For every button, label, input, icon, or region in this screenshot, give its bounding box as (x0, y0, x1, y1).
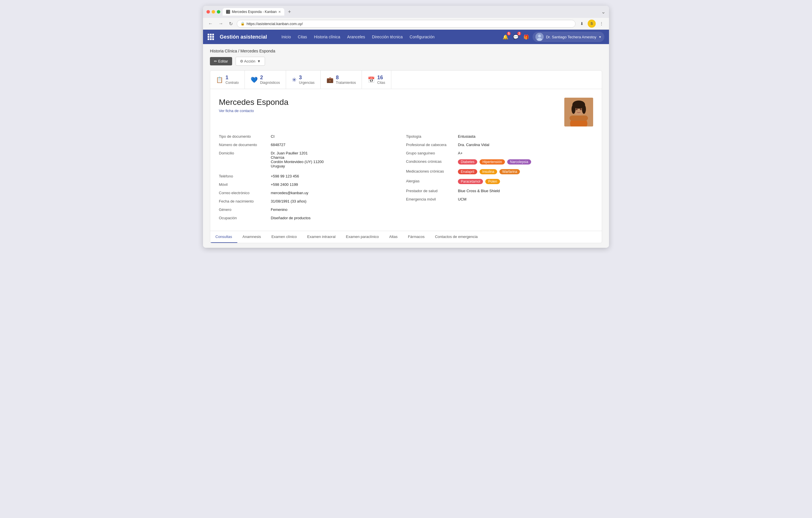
bottom-tab-farmacos[interactable]: Fármacos (403, 231, 430, 243)
card-tabs: 📋 1 Contrato 💙 2 Diagnósticos ✳ (210, 70, 602, 89)
patient-card: 📋 1 Contrato 💙 2 Diagnósticos ✳ (210, 70, 602, 243)
bottom-tab-examen-clinico[interactable]: Examen clínico (266, 231, 302, 243)
patient-header: Mercedes Esponda Ver ficha de contacto (219, 98, 593, 126)
reload-button[interactable]: ↻ (227, 20, 234, 28)
action-dropdown-icon: ▼ (257, 59, 261, 63)
edit-label: ✏ Editar (214, 59, 228, 63)
label-alergias: Alergias (406, 179, 458, 185)
nav-citas[interactable]: Citas (295, 33, 310, 41)
edit-button[interactable]: ✏ Editar (210, 57, 232, 65)
patient-section: Mercedes Esponda Ver ficha de contacto (210, 89, 602, 231)
back-button[interactable]: ← (206, 20, 214, 27)
alerts-count: 5 (507, 32, 511, 35)
tab-citas[interactable]: 📅 16 Citas (362, 70, 391, 89)
svg-point-9 (582, 104, 586, 114)
label-correo: Correo electrónico (219, 191, 271, 195)
tag-enalapril: Enalapril (458, 169, 477, 174)
tab-tratamientos[interactable]: 💼 8 Tratamientos (321, 70, 362, 89)
brand-name: Gestión asistencial (220, 34, 267, 40)
browser-toolbar: ← → ↻ 🔒 https://asistencial.kanban.com.u… (203, 18, 609, 30)
contrato-icon: 📋 (216, 77, 223, 83)
diagnosticos-number: 2 (260, 74, 280, 81)
value-fecha-nacimiento: 31/08/1991 (33 años) (271, 199, 307, 204)
window-controls (206, 10, 220, 13)
downloads-icon[interactable]: ⬇ (578, 20, 586, 28)
messages-badge[interactable]: 💬 2 (512, 33, 520, 41)
bottom-tab-altas[interactable]: Altas (384, 231, 403, 243)
label-grupo-sanguineo: Grupo sanguíneo (406, 151, 458, 155)
bottom-tab-consultas[interactable]: Consultas (210, 231, 237, 243)
info-genero: Género Femenino (219, 206, 406, 214)
urgencias-number: 3 (299, 74, 315, 81)
app-grid-icon[interactable] (208, 34, 214, 40)
new-tab-button[interactable]: + (287, 9, 292, 15)
info-profesional: Profesional de cabecera Dra. Carolina Vi… (406, 141, 593, 149)
browser-tab[interactable]: ≡ Mercedes Esponda - Kanban ✕ (223, 8, 284, 16)
bottom-tab-examen-intraoral[interactable]: Examen intraoral (302, 231, 341, 243)
value-domicilio-4: Uruguay (271, 164, 324, 168)
svg-point-11 (580, 108, 582, 110)
minimize-window-button[interactable] (212, 10, 215, 13)
label-fecha-nacimiento: Fecha de nacimiento (219, 199, 271, 204)
nav-direccion-tecnica[interactable]: Dirección técnica (369, 33, 406, 41)
info-prestador-salud: Prestador de salud Blue Cross & Blue Shi… (406, 187, 593, 195)
patient-right-column: Tipología Entusiasta Profesional de cabe… (406, 132, 593, 222)
breadcrumb: Historia Clínica / Mercedes Esponda (210, 49, 602, 53)
tab-close-button[interactable]: ✕ (278, 10, 281, 14)
user-avatar-svg (535, 33, 544, 41)
tag-diabetes: Diabetes (458, 159, 477, 164)
user-avatar-img (535, 33, 544, 41)
tags-condiciones-cronicas: Diabetes Hipertensión Narcolepsia (458, 159, 532, 165)
info-ocupacion: Ocupación Diseñador de productos (219, 214, 406, 222)
gift-icon[interactable]: 🎁 (522, 33, 530, 41)
bottom-tab-examen-paraclinico[interactable]: Examen paraclínico (341, 231, 384, 243)
info-grupo-sanguineo: Grupo sanguíneo A+ (406, 149, 593, 157)
nav-inicio[interactable]: Inicio (279, 33, 294, 41)
nav-right: 🔔 5 💬 2 🎁 Dr. Santiago Techera Amestoy ▼ (501, 32, 604, 42)
label-tipo-documento: Tipo de documento (219, 134, 271, 139)
bottom-tabs: Consultas Anamnesis Examen clínico Exame… (210, 231, 602, 243)
bottom-tab-anamnesis[interactable]: Anamnesis (237, 231, 266, 243)
info-tipo-documento: Tipo de documento CI (219, 132, 406, 141)
close-window-button[interactable] (206, 10, 210, 13)
browser-menu-button[interactable]: ⌄ (601, 9, 606, 15)
label-ocupacion: Ocupación (219, 216, 271, 220)
tab-contrato[interactable]: 📋 1 Contrato (210, 70, 245, 89)
label-movil: Móvil (219, 182, 271, 187)
bottom-tab-contactos-emergencia[interactable]: Contactos de emergencia (430, 231, 483, 243)
forward-button[interactable]: → (217, 20, 225, 27)
profile-icon[interactable]: S (588, 20, 596, 28)
value-numero-documento: 6848727 (271, 143, 286, 147)
nav-historia-clinica[interactable]: Historia clínica (311, 33, 343, 41)
tag-warfarina: Warfarina (499, 169, 520, 174)
patient-contact-link[interactable]: Ver ficha de contacto (219, 109, 288, 113)
nav-configuracion[interactable]: Configuración (407, 33, 437, 41)
address-bar[interactable]: 🔒 https://asistencial.kanban.com.uy/ (237, 20, 576, 28)
tab-urgencias[interactable]: ✳ 3 Urgencias (286, 70, 321, 89)
tab-diagnosticos[interactable]: 💙 2 Diagnósticos (245, 70, 286, 89)
contrato-number: 1 (226, 74, 239, 81)
user-menu[interactable]: Dr. Santiago Techera Amestoy ▼ (532, 32, 604, 42)
tag-polen: Polen (485, 179, 500, 184)
breadcrumb-current: Mercedes Esponda (240, 49, 276, 53)
info-correo: Correo electrónico mercedes@kanban.uy (219, 189, 406, 197)
label-profesional: Profesional de cabecera (406, 143, 458, 147)
alerts-badge[interactable]: 🔔 5 (501, 33, 510, 41)
tab-favicon: ≡ (226, 10, 230, 14)
info-alergias: Alergias Paracetamol Polen (406, 177, 593, 187)
messages-count: 2 (517, 32, 521, 35)
browser-settings-icon[interactable]: ⋮ (598, 20, 606, 28)
info-domicilio: Domicilio Dr. Juan Paullier 1201 Charrúa… (219, 149, 406, 170)
urgencias-icon: ✳ (292, 77, 297, 83)
diagnosticos-label: Diagnósticos (260, 81, 280, 85)
addressbar-url: https://asistencial.kanban.com.uy/ (246, 22, 303, 26)
nav-links: Inicio Citas Historia clínica Aranceles … (279, 33, 437, 41)
patient-name-block: Mercedes Esponda Ver ficha de contacto (219, 98, 288, 113)
tags-medicaciones-cronicas: Enalapril Insulina Warfarina (458, 169, 521, 175)
nav-aranceles[interactable]: Aranceles (344, 33, 368, 41)
page-content: Historia Clínica / Mercedes Esponda ✏ Ed… (203, 44, 609, 248)
maximize-window-button[interactable] (217, 10, 220, 13)
info-medicaciones-cronicas: Medicaciones crónicas Enalapril Insulina… (406, 167, 593, 177)
action-button[interactable]: ⚙ Acción ▼ (236, 57, 265, 66)
label-domicilio: Domicilio (219, 151, 271, 168)
